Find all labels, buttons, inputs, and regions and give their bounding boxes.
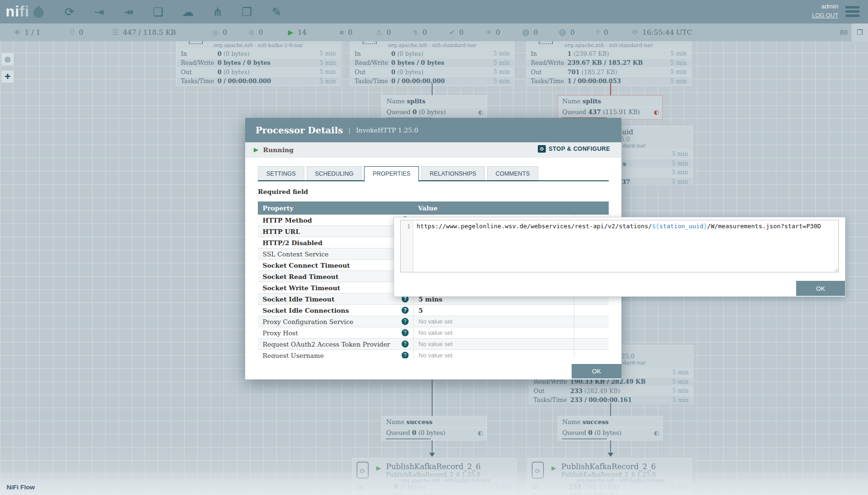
tab-relationships[interactable]: RELATIONSHIPS: [421, 166, 485, 180]
property-value-cell[interactable]: No value set: [413, 327, 574, 338]
property-name-cell: Socket Connect Timeout?: [258, 260, 413, 271]
locally-modified-count: 0: [496, 28, 501, 37]
stat-value: 233 (282.49 KB): [570, 387, 673, 394]
refresh-icon[interactable]: ⟳: [632, 28, 638, 36]
property-value-cell[interactable]: 5: [413, 305, 574, 316]
help-icon[interactable]: ?: [402, 318, 409, 325]
stop-configure-button[interactable]: ⚙ STOP & CONFIGURE: [538, 145, 610, 153]
editor-ok-button[interactable]: OK: [796, 281, 845, 296]
running-status-label: Running: [263, 146, 294, 154]
dialog-tabs: SETTINGS SCHEDULING PROPERTIES RELATIONS…: [258, 166, 541, 182]
stat-value: 0 bytes / 0 bytes: [217, 59, 320, 66]
processor[interactable]: org.apache.nifi - nifi-standard-narIn0 (…: [350, 39, 514, 86]
property-value-cell[interactable]: No value set: [413, 339, 574, 349]
stat-window: 5 min: [671, 78, 687, 85]
connection-label[interactable]: Name splitsQueued 437 (115.91 KB)◐: [558, 95, 663, 120]
tab-comments[interactable]: COMMENTS: [487, 166, 538, 180]
stat-window: 5 min: [320, 50, 336, 57]
processor[interactable]: org.apache.nifi - nifi-kafka-2-6-narIn0 …: [176, 39, 341, 86]
value-editor-text[interactable]: https://www.pegelonline.wsv.de/webservic…: [414, 220, 838, 272]
stat-row: Tasks/Time1 / 00:00:00.0535 min: [527, 77, 691, 86]
tab-scheduling[interactable]: SCHEDULING: [307, 166, 362, 180]
help-icon[interactable]: ?: [402, 307, 409, 314]
label-icon[interactable]: ✎: [269, 3, 285, 21]
active-threads-icon: ❖: [14, 28, 20, 36]
stat-window: 5 min: [320, 60, 336, 66]
bulletin-board-button[interactable]: ❐: [852, 23, 868, 41]
running-count: 14: [298, 28, 307, 37]
nifi-logo: nifi: [6, 3, 44, 21]
tab-properties[interactable]: PROPERTIES: [364, 166, 418, 182]
running-status-icon: ▶: [254, 146, 258, 153]
current-user: admin: [812, 3, 838, 10]
tab-underline: [258, 180, 609, 181]
connection-name-row: Name splits: [558, 96, 662, 107]
logout-link[interactable]: LOG OUT: [812, 12, 838, 19]
active-threads-count: 1 / 1: [24, 28, 40, 37]
logo-text: ni: [6, 3, 20, 20]
process-group-icon[interactable]: ❏: [150, 3, 166, 21]
stopped-icon: ■: [340, 28, 344, 36]
connection-label[interactable]: Name successQueued 0 (0 bytes)◐: [558, 416, 663, 441]
funnel-icon[interactable]: ⋔: [209, 3, 225, 21]
stat-label: Read/Write: [531, 59, 567, 66]
property-extra-cell: [574, 316, 609, 327]
global-menu-button[interactable]: [845, 6, 860, 19]
document-icon: ❐: [857, 28, 863, 36]
stat-label: Out: [534, 387, 570, 394]
navigate-icon[interactable]: ◎: [1, 53, 14, 65]
input-port-icon[interactable]: ⇥: [91, 3, 107, 21]
property-value-cell[interactable]: No value set: [413, 350, 574, 358]
connection-label[interactable]: Name splitsQueued 0 (0 bytes)◐: [382, 95, 487, 120]
connection-label[interactable]: Name successQueued 0 (0 bytes)◐: [381, 416, 487, 441]
invalid-icon: ⚠: [376, 28, 382, 36]
component-toolbar: ⟳⇥↠❏☁⋔❐✎: [62, 0, 285, 23]
transmitting-count: 0: [223, 28, 227, 37]
hand-tool-icon[interactable]: ✚: [1, 70, 14, 83]
processor-bundle: dard-nar: [623, 360, 646, 366]
gear-icon: ⚙: [538, 145, 546, 153]
refresh-time: 16:55:44 UTC: [643, 28, 692, 37]
disabled-icon: ↯: [412, 28, 418, 36]
processor-type: 25.0: [621, 353, 635, 360]
dialog-ok-button[interactable]: OK: [572, 364, 621, 379]
breadcrumb[interactable]: NiFi Flow: [7, 484, 35, 491]
stat-window: 5 min: [671, 50, 687, 57]
stat-row: Read/Write0 bytes / 0 bytes5 min: [350, 58, 514, 68]
connection-line[interactable]: [432, 83, 433, 95]
water-drop-icon: [31, 5, 46, 20]
processor[interactable]: org.apache.nifi - nifi-standard-narIn1 (…: [526, 39, 691, 86]
help-icon[interactable]: ?: [402, 329, 409, 336]
locally-modified-stale-icon: !: [559, 29, 566, 36]
stat-value: 0 / 00:00:00.000: [217, 77, 320, 85]
property-extra-cell: [574, 350, 609, 358]
property-name-cell: Request OAuth2 Access Token Provider?: [258, 339, 413, 349]
processor-status-bar: ▶ Running ⚙ STOP & CONFIGURE: [245, 142, 621, 158]
property-row: Socket Idle Connections?5: [258, 305, 609, 316]
status-locally-modified: ✳0: [486, 23, 500, 41]
disabled-count: 0: [423, 28, 427, 37]
status-invalid: ⚠0: [376, 23, 391, 41]
output-port-icon[interactable]: ↠: [121, 3, 137, 21]
canvas-bottom-fade: [0, 439, 868, 495]
help-icon[interactable]: ?: [402, 352, 409, 358]
remote-process-group-icon[interactable]: ☁: [180, 3, 196, 21]
load-balance-icon: ◐: [654, 428, 659, 438]
connection-line-alert[interactable]: [610, 83, 611, 95]
nifi-application: ◎ ✚ org.apache.nifi - nifi-kafka-2-6-nar…: [0, 0, 868, 495]
dialog-subtitle: InvokeHTTP 1.25.0: [356, 126, 418, 134]
connection-name-row: Name splits: [382, 96, 487, 107]
status-stopped: ■0: [340, 23, 353, 41]
processor-icon[interactable]: ⟳: [62, 3, 78, 21]
property-name-cell: SSL Context Service?: [258, 248, 413, 259]
not-transmitting-count: 0: [259, 28, 264, 37]
connection-line[interactable]: [610, 403, 611, 416]
help-icon[interactable]: ?: [402, 340, 409, 348]
tab-settings[interactable]: SETTINGS: [258, 166, 304, 180]
connection-line[interactable]: [432, 379, 433, 416]
stat-row: Out233 (282.49 KB)5 min: [529, 386, 693, 395]
property-value-cell[interactable]: No value set: [413, 316, 574, 327]
status-stale: ↑0: [522, 23, 538, 41]
template-icon[interactable]: ❐: [239, 3, 255, 21]
sync-failure-icon: ?: [596, 28, 599, 36]
